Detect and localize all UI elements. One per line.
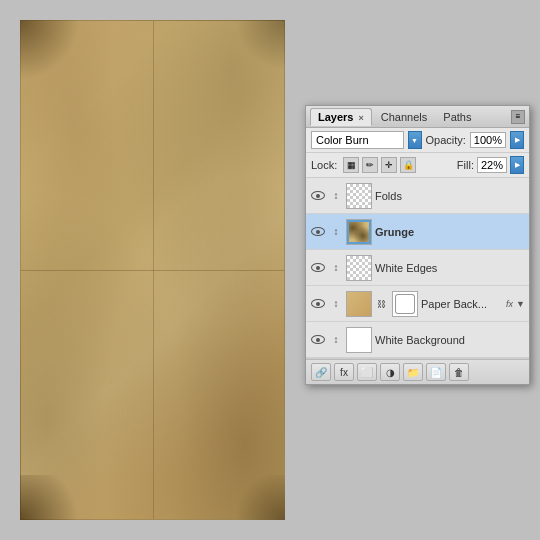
layer-row-white-edges[interactable]: ↕ White Edges (306, 250, 529, 286)
layer-visibility-paper-back[interactable] (310, 296, 326, 312)
blend-mode-row: Color Burn ▼ Opacity: 100% ▶ (306, 128, 529, 153)
panel-toolbar: 🔗 fx ⬜ ◑ 📁 📄 🗑 (306, 359, 529, 384)
layer-name-white-edges: White Edges (375, 262, 525, 274)
thumb-mask-inner (393, 292, 417, 316)
tab-channels[interactable]: Channels (374, 109, 434, 125)
toolbar-link-button[interactable]: 🔗 (311, 363, 331, 381)
panel-titlebar: Layers × Channels Paths ≡ (306, 106, 529, 128)
layers-list: ↕ Folds ↕ Grunge ↕ Whit (306, 178, 529, 359)
toolbar-adjustment-button[interactable]: ◑ (380, 363, 400, 381)
layer-visibility-white-bg[interactable] (310, 332, 326, 348)
layer-chain-paper-back[interactable]: ⛓ (375, 298, 387, 310)
eye-icon-folds (311, 191, 325, 200)
eye-icon-paper-back (311, 299, 325, 308)
panel-menu-button[interactable]: ≡ (511, 110, 525, 124)
layer-visibility-white-edges[interactable] (310, 260, 326, 276)
layer-mask-paper-back (392, 291, 418, 317)
fill-arrow[interactable]: ▶ (510, 156, 524, 174)
thumb-paper-paper-back (347, 292, 371, 316)
layer-link-paper-back[interactable]: ↕ (329, 297, 343, 311)
blend-mode-select[interactable]: Color Burn (311, 131, 404, 149)
layer-row-folds[interactable]: ↕ Folds (306, 178, 529, 214)
thumb-white-bg-inner (347, 328, 371, 352)
layer-thumb-white-edges (346, 255, 372, 281)
toolbar-delete-button[interactable]: 🗑 (449, 363, 469, 381)
layer-visibility-folds[interactable] (310, 188, 326, 204)
opacity-value[interactable]: 100% (470, 132, 506, 148)
fill-label: Fill: (457, 159, 474, 171)
layer-fx-paper-back: fx (506, 299, 513, 309)
toolbar-mask-button[interactable]: ⬜ (357, 363, 377, 381)
lock-label: Lock: (311, 159, 337, 171)
mask-shape (396, 295, 414, 313)
layer-name-folds: Folds (375, 190, 525, 202)
layer-expand-paper-back[interactable]: ▼ (516, 299, 525, 309)
layer-link-grunge[interactable]: ↕ (329, 225, 343, 239)
tab-close-icon[interactable]: × (359, 113, 364, 123)
thumb-checker-folds (347, 184, 371, 208)
layer-row-grunge[interactable]: ↕ Grunge (306, 214, 529, 250)
layer-name-grunge: Grunge (375, 226, 525, 238)
eye-icon-white-bg (311, 335, 325, 344)
toolbar-new-layer-button[interactable]: 📄 (426, 363, 446, 381)
thumb-checker-white-edges (347, 256, 371, 280)
layers-panel: Layers × Channels Paths ≡ Color Burn ▼ O… (305, 105, 530, 385)
layer-thumb-grunge (346, 219, 372, 245)
tab-paths[interactable]: Paths (436, 109, 478, 125)
layer-thumb-white-bg (346, 327, 372, 353)
eye-icon-white-edges (311, 263, 325, 272)
lock-all-icon[interactable]: 🔒 (400, 157, 416, 173)
eye-icon-grunge (311, 227, 325, 236)
layer-row-paper-back[interactable]: ↕ ⛓ Paper Back... fx ▼ (306, 286, 529, 322)
layer-thumb-paper-back (346, 291, 372, 317)
opacity-label: Opacity: (426, 134, 466, 146)
layer-link-white-edges[interactable]: ↕ (329, 261, 343, 275)
layer-row-white-background[interactable]: ↕ White Background (306, 322, 529, 358)
blend-mode-arrow[interactable]: ▼ (408, 131, 422, 149)
lock-transparent-icon[interactable]: ▦ (343, 157, 359, 173)
fill-value[interactable]: 22% (477, 157, 507, 173)
toolbar-fx-button[interactable]: fx (334, 363, 354, 381)
lock-row: Lock: ▦ ✏ ✛ 🔒 Fill: 22% ▶ (306, 153, 529, 178)
thumb-grunge-grunge (347, 220, 371, 244)
opacity-arrow[interactable]: ▶ (510, 131, 524, 149)
layer-visibility-grunge[interactable] (310, 224, 326, 240)
tab-layers[interactable]: Layers × (310, 108, 372, 126)
layer-link-white-bg[interactable]: ↕ (329, 333, 343, 347)
lock-image-icon[interactable]: ✏ (362, 157, 378, 173)
layer-link-folds[interactable]: ↕ (329, 189, 343, 203)
paper-document (20, 20, 285, 520)
lock-position-icon[interactable]: ✛ (381, 157, 397, 173)
layer-name-paper-back: Paper Back... (421, 298, 501, 310)
toolbar-group-button[interactable]: 📁 (403, 363, 423, 381)
layer-name-white-bg: White Background (375, 334, 525, 346)
layer-thumb-folds (346, 183, 372, 209)
